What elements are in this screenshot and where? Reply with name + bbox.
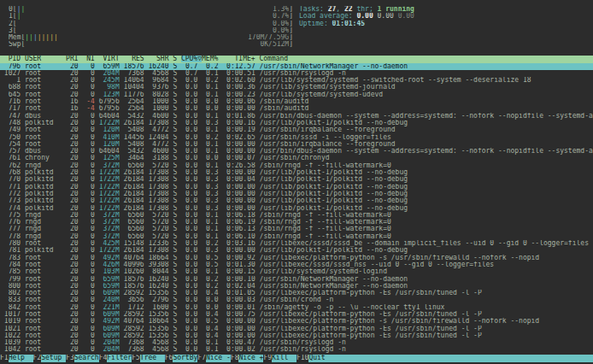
load-average-line: Load average: 0.00 0.00 0.00 [299, 13, 414, 20]
process-row-pid-762[interactable]: 762 rngd 20 0 372M 6560 5720 S 0.0 0.1 0… [0, 162, 593, 169]
fkey-f6-sortby[interactable]: SortBy [173, 355, 197, 362]
fkey-f10-quit[interactable]: Quit [308, 355, 325, 362]
fkey-f2-setup[interactable]: Setup [41, 355, 66, 362]
process-row-pid-716[interactable]: 716 root 16 -4 67956 2564 1000 S 0.0 0.0… [0, 98, 593, 105]
meter-column: 0[||1.3%]1[|0.7%]2[0.0%]3[0.0%]Mem[|||||… [9, 6, 293, 49]
process-row-pid-776[interactable]: 776 rngd 20 0 372M 6560 5720 S 0.0 0.1 0… [0, 219, 593, 226]
process-row-pid-754[interactable]: 754 root 20 0 120M 5408 4772 S 0.0 0.1 0… [0, 141, 593, 148]
process-row-pid-757[interactable]: 757 dbus 20 0 64604 5432 4600 S 0.0 0.1 … [0, 148, 593, 155]
fkey-f4-filter[interactable]: Filter [107, 355, 132, 362]
fkey-f2-number: F2 [33, 355, 42, 362]
process-row-pid-1022[interactable]: 1022 root 20 0 609M 28592 15356 S 0.0 0.… [0, 332, 593, 339]
process-row-pid-747[interactable]: 747 dbus 20 0 64604 5432 4600 S 0.0 0.1 … [0, 113, 593, 120]
process-row-pid-781[interactable]: 781 polkitd 20 0 1722M 26184 17308 S 0.0… [0, 247, 593, 254]
process-row-pid-785[interactable]: 785 root 20 0 103M 10260 8044 S 0.0 0.1 … [0, 268, 593, 275]
uptime-line: Uptime: 01:01:45 [299, 21, 414, 27]
process-row-pid-799[interactable]: 799 root 20 0 659M 18576 16240 S 0.0 0.2… [0, 276, 593, 283]
process-row-pid-778[interactable]: 778 rngd 20 0 372M 6560 5720 S 0.0 0.1 0… [0, 233, 593, 240]
process-row-pid-1042[interactable]: 1042 root 20 0 204M 7368 4568 S 0.0 0.1 … [0, 346, 593, 353]
function-key-bar: F1Help F2Setup F3SearchF4FilterF5Tree F6… [0, 355, 593, 362]
fkey-f3-number: F3 [66, 355, 74, 362]
cpu-meter-1: 1[|0.7%] [9, 13, 293, 20]
fkey-f8-nice-[interactable]: Nice + [238, 355, 263, 362]
process-row-pid-768[interactable]: 768 polkitd 20 0 1722M 26184 17308 S 0.0… [0, 169, 593, 176]
process-row-pid-777[interactable]: 777 rngd 20 0 372M 6560 5720 S 0.0 0.1 0… [0, 226, 593, 232]
process-row-pid-1[interactable]: 1 root 20 0 245M 14064 9684 S 0.0 0.2 0:… [0, 77, 593, 84]
sort-column-cpu[interactable]: CPU%▽ [181, 56, 202, 62]
process-row-pid-783[interactable]: 783 root 20 0 492M 40764 18664 S 0.0 0.5… [0, 255, 593, 261]
fkey-f7-nice-[interactable]: Nice - [206, 355, 231, 362]
process-row-pid-780[interactable]: 780 root 20 0 425M 15148 12336 S 0.0 0.2… [0, 240, 593, 247]
process-row-pid-1039[interactable]: 1039 root 20 0 204M 7368 4568 S 0.0 0.1 … [0, 339, 593, 346]
process-table-header[interactable]: PID USER PRI NI VIRT RES SHR S CPU%▽MEM%… [0, 56, 593, 62]
process-row-pid-1021[interactable]: 1021 root 20 0 609M 28592 15356 S 0.0 0.… [0, 326, 593, 332]
process-row-pid-750[interactable]: 750 root 20 0 410M 14456 12404 S 0.0 0.2… [0, 134, 593, 141]
fkey-f3-search[interactable]: Search [74, 355, 99, 362]
process-row-pid-833[interactable]: 833 root 20 0 240M 3656 2796 S 0.0 0.0 0… [0, 296, 593, 303]
system-info-column: Tasks: 27, 22 thr; 1 runningLoad average… [299, 6, 414, 27]
fkey-f9-number: F9 [263, 355, 272, 362]
fkey-f8-number: F8 [231, 355, 239, 362]
fkey-f6-number: F6 [165, 355, 173, 362]
process-row-pid-717[interactable]: 717 root 16 -4 67956 2564 1000 S 0.0 0.0… [0, 105, 593, 112]
process-row-pid-771[interactable]: 771 polkitd 20 0 1722M 26184 17308 S 0.0… [0, 184, 593, 191]
process-row-pid-774[interactable]: 774 polkitd 20 0 1722M 26184 17308 S 0.0… [0, 205, 593, 212]
process-row-pid-1017[interactable]: 1017 root 20 0 609M 28592 15356 S 0.0 0.… [0, 311, 593, 318]
process-row-pid-645[interactable]: 645 root 20 0 123M 11776 8028 S 0.0 0.1 … [0, 91, 593, 98]
fkey-f7-number: F7 [197, 355, 206, 362]
process-row-pid-1019[interactable]: 1019 root 20 0 492M 40764 18664 S 0.0 0.… [0, 318, 593, 325]
process-row-pid-688[interactable]: 688 root 20 0 98M 10404 9376 S 0.0 0.1 0… [0, 84, 593, 91]
process-row-pid-772[interactable]: 772 polkitd 20 0 1722M 26184 17308 S 0.0… [0, 191, 593, 197]
fkey-f4-number: F4 [99, 355, 108, 362]
process-row-pid-842[interactable]: 842 root 20 0 221M 1712 1600 S 0.0 0.0 0… [0, 304, 593, 311]
process-row-pid-773[interactable]: 773 polkitd 20 0 1722M 26184 17308 S 0.0… [0, 197, 593, 204]
htop-terminal: 0[||1.3%]1[|0.7%]2[0.0%]3[0.0%]Mem[|||||… [0, 0, 593, 364]
fkey-f1-number: F1 [0, 355, 9, 362]
fkey-f10-number: F10 [296, 355, 308, 362]
process-row-pid-761[interactable]: 761 chrony 20 0 125M 3464 3188 S 0.0 0.0… [0, 155, 593, 161]
cpu-meter-0: 0[||1.3%] [9, 6, 293, 13]
process-row-pid-1027[interactable]: 1027 root 20 0 204M 7368 4568 S 0.7 0.1 … [0, 70, 593, 77]
process-row-pid-800[interactable]: 800 root 20 0 659M 18576 16240 S 0.0 0.2… [0, 283, 593, 290]
fkey-f9-kill[interactable]: Kill [272, 355, 296, 362]
fnbar-filler [326, 355, 593, 362]
cpu-meter-3: 3[0.0%] [9, 27, 293, 34]
process-row-pid-796[interactable]: 796 root 20 0 659M 18576 16240 S 0.7 0.2… [0, 63, 593, 70]
process-row-pid-748[interactable]: 748 polkitd 20 0 1722M 26184 17308 S 0.0… [0, 120, 593, 126]
fkey-f1-help[interactable]: Help [9, 355, 33, 362]
tasks-line: Tasks: 27, 22 thr; 1 running [299, 6, 414, 13]
fkey-f5-tree[interactable]: Tree [140, 355, 165, 362]
process-table: 796 root 20 0 659M 18576 16240 S 0.7 0.2… [0, 63, 593, 354]
memory-meter: Mem[||||||||170M/7.59G] [9, 34, 293, 41]
process-row-pid-784[interactable]: 784 root 20 0 426M 40996 39308 S 0.0 0.5… [0, 261, 593, 268]
header-meters-area: 0[||1.3%]1[|0.7%]2[0.0%]3[0.0%]Mem[|||||… [9, 6, 593, 49]
process-row-pid-770[interactable]: 770 polkitd 20 0 1722M 26184 17308 S 0.0… [0, 176, 593, 183]
swap-meter: Swp[0K/512M] [9, 41, 293, 48]
cpu-meter-2: 2[0.0%] [9, 21, 293, 27]
spacer-line [0, 49, 593, 56]
process-row-pid-749[interactable]: 749 root 20 0 120M 5408 4772 S 0.0 0.1 0… [0, 126, 593, 133]
process-row-pid-775[interactable]: 775 rngd 20 0 372M 6560 5720 S 0.0 0.1 0… [0, 212, 593, 219]
process-row-pid-802[interactable]: 802 root 20 0 609M 28592 15356 S 0.0 0.4… [0, 290, 593, 296]
fkey-f5-number: F5 [132, 355, 140, 362]
